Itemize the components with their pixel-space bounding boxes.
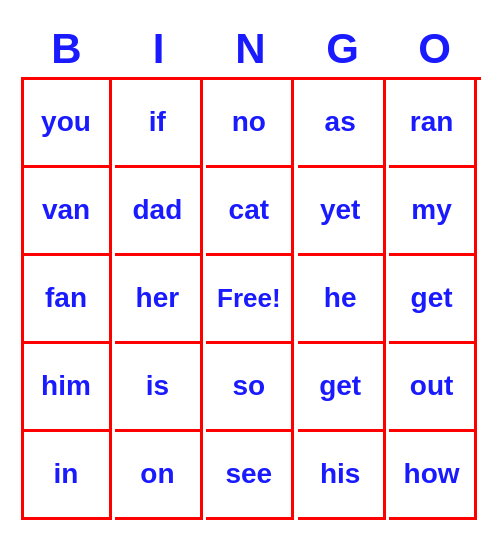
cell-r2-c1: her xyxy=(115,256,203,344)
cell-r3-c4: out xyxy=(389,344,477,432)
cell-r4-c2: see xyxy=(206,432,294,520)
cell-r1-c3: yet xyxy=(298,168,386,256)
cell-r0-c4: ran xyxy=(389,80,477,168)
cell-r0-c3: as xyxy=(298,80,386,168)
bingo-grid: youifnoasranvandadcatyetmyfanherFree!heg… xyxy=(21,77,481,520)
cell-r1-c4: my xyxy=(389,168,477,256)
cell-r2-c0: fan xyxy=(24,256,112,344)
header-letter-O: O xyxy=(391,25,479,73)
cell-r3-c0: him xyxy=(24,344,112,432)
cell-r4-c0: in xyxy=(24,432,112,520)
cell-r3-c1: is xyxy=(115,344,203,432)
header-letter-I: I xyxy=(115,25,203,73)
header-letter-G: G xyxy=(299,25,387,73)
cell-r2-c4: get xyxy=(389,256,477,344)
cell-r3-c2: so xyxy=(206,344,294,432)
cell-r3-c3: get xyxy=(298,344,386,432)
cell-r0-c0: you xyxy=(24,80,112,168)
header-letter-B: B xyxy=(23,25,111,73)
cell-r4-c1: on xyxy=(115,432,203,520)
header-letter-N: N xyxy=(207,25,295,73)
cell-r4-c3: his xyxy=(298,432,386,520)
cell-r1-c1: dad xyxy=(115,168,203,256)
cell-r1-c0: van xyxy=(24,168,112,256)
bingo-card: BINGO youifnoasranvandadcatyetmyfanherFr… xyxy=(11,15,491,530)
cell-r1-c2: cat xyxy=(206,168,294,256)
cell-r4-c4: how xyxy=(389,432,477,520)
cell-r2-c2: Free! xyxy=(206,256,294,344)
cell-r0-c1: if xyxy=(115,80,203,168)
bingo-header: BINGO xyxy=(21,25,481,73)
cell-r2-c3: he xyxy=(298,256,386,344)
cell-r0-c2: no xyxy=(206,80,294,168)
